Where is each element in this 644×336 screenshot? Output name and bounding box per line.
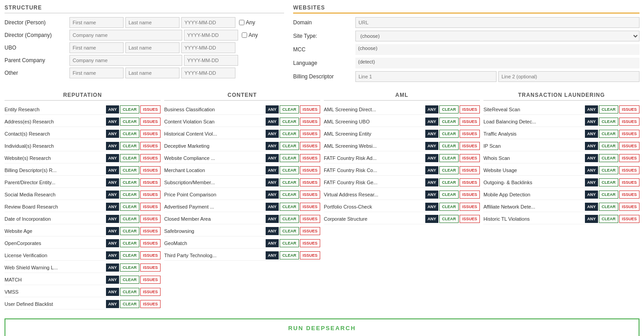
issues-button[interactable]: ISSUES [460, 215, 480, 223]
issues-button[interactable]: ISSUES [140, 288, 161, 296]
any-button[interactable]: ANY [266, 215, 279, 223]
any-button[interactable]: ANY [266, 166, 279, 174]
clear-button[interactable]: CLEAR [599, 166, 618, 174]
any-button[interactable]: ANY [106, 191, 119, 199]
clear-button[interactable]: CLEAR [120, 142, 139, 150]
clear-button[interactable]: CLEAR [439, 154, 459, 162]
issues-button[interactable]: ISSUES [140, 191, 161, 199]
any-button[interactable]: ANY [425, 118, 438, 126]
any-button[interactable]: ANY [266, 154, 279, 162]
clear-button[interactable]: CLEAR [439, 166, 459, 174]
issues-button[interactable]: ISSUES [619, 130, 639, 138]
issues-button[interactable]: ISSUES [300, 154, 320, 162]
clear-button[interactable]: CLEAR [599, 154, 618, 162]
director-person-firstname[interactable] [69, 17, 124, 28]
clear-button[interactable]: CLEAR [280, 130, 299, 138]
issues-button[interactable]: ISSUES [619, 203, 639, 211]
issues-button[interactable]: ISSUES [460, 142, 480, 150]
issues-button[interactable]: ISSUES [300, 166, 320, 174]
clear-button[interactable]: CLEAR [120, 118, 139, 126]
clear-button[interactable]: CLEAR [120, 178, 139, 186]
other-firstname[interactable] [69, 68, 124, 78]
any-button[interactable]: ANY [106, 130, 119, 138]
any-button[interactable]: ANY [425, 130, 438, 138]
issues-button[interactable]: ISSUES [300, 178, 320, 186]
issues-button[interactable]: ISSUES [140, 130, 161, 138]
ubo-date[interactable] [181, 42, 235, 53]
issues-button[interactable]: ISSUES [619, 166, 639, 174]
other-date[interactable] [181, 68, 235, 78]
issues-button[interactable]: ISSUES [140, 263, 161, 272]
any-button[interactable]: ANY [106, 105, 119, 114]
any-button[interactable]: ANY [425, 105, 438, 114]
clear-button[interactable]: CLEAR [280, 227, 299, 235]
clear-button[interactable]: CLEAR [120, 227, 139, 235]
clear-button[interactable]: CLEAR [599, 191, 618, 199]
any-button[interactable]: ANY [425, 215, 438, 223]
clear-button[interactable]: CLEAR [439, 118, 459, 126]
clear-button[interactable]: CLEAR [120, 288, 139, 296]
any-button[interactable]: ANY [266, 118, 279, 126]
any-button[interactable]: ANY [106, 154, 119, 162]
any-button[interactable]: ANY [425, 203, 438, 211]
issues-button[interactable]: ISSUES [300, 142, 320, 150]
issues-button[interactable]: ISSUES [300, 105, 320, 114]
issues-button[interactable]: ISSUES [460, 105, 480, 114]
director-company-any[interactable]: Any [242, 32, 258, 38]
clear-button[interactable]: CLEAR [439, 215, 459, 223]
issues-button[interactable]: ISSUES [300, 130, 320, 138]
issues-button[interactable]: ISSUES [619, 215, 639, 223]
issues-button[interactable]: ISSUES [300, 215, 320, 223]
issues-button[interactable]: ISSUES [140, 203, 161, 211]
director-person-any[interactable]: Any [239, 19, 255, 26]
issues-button[interactable]: ISSUES [619, 191, 639, 199]
clear-button[interactable]: CLEAR [599, 203, 618, 211]
clear-button[interactable]: CLEAR [120, 203, 139, 211]
any-button[interactable]: ANY [106, 251, 119, 259]
any-button[interactable]: ANY [585, 215, 598, 223]
clear-button[interactable]: CLEAR [120, 105, 139, 114]
clear-button[interactable]: CLEAR [280, 154, 299, 162]
any-button[interactable]: ANY [106, 142, 119, 150]
any-button[interactable]: ANY [266, 191, 279, 199]
issues-button[interactable]: ISSUES [140, 300, 161, 308]
issues-button[interactable]: ISSUES [140, 276, 161, 284]
clear-button[interactable]: CLEAR [599, 118, 618, 126]
clear-button[interactable]: CLEAR [599, 105, 618, 114]
any-button[interactable]: ANY [266, 178, 279, 186]
any-button[interactable]: ANY [266, 130, 279, 138]
clear-button[interactable]: CLEAR [120, 154, 139, 162]
billing-line2-input[interactable] [498, 71, 639, 82]
clear-button[interactable]: CLEAR [280, 105, 299, 114]
issues-button[interactable]: ISSUES [619, 178, 639, 186]
any-button[interactable]: ANY [266, 203, 279, 211]
clear-button[interactable]: CLEAR [120, 263, 139, 272]
clear-button[interactable]: CLEAR [120, 300, 139, 308]
any-button[interactable]: ANY [425, 166, 438, 174]
any-button[interactable]: ANY [106, 227, 119, 235]
issues-button[interactable]: ISSUES [460, 166, 480, 174]
issues-button[interactable]: ISSUES [619, 118, 639, 126]
clear-button[interactable]: CLEAR [120, 239, 139, 247]
issues-button[interactable]: ISSUES [140, 251, 161, 259]
any-button[interactable]: ANY [106, 276, 119, 284]
any-button[interactable]: ANY [425, 142, 438, 150]
clear-button[interactable]: CLEAR [439, 130, 459, 138]
clear-button[interactable]: CLEAR [599, 130, 618, 138]
clear-button[interactable]: CLEAR [439, 191, 459, 199]
issues-button[interactable]: ISSUES [460, 178, 480, 186]
issues-button[interactable]: ISSUES [140, 154, 161, 162]
issues-button[interactable]: ISSUES [300, 203, 320, 211]
any-button[interactable]: ANY [585, 166, 598, 174]
site-type-select[interactable]: (choose) [355, 31, 639, 41]
issues-button[interactable]: ISSUES [619, 142, 639, 150]
other-lastname[interactable] [125, 68, 179, 78]
ubo-firstname[interactable] [69, 42, 124, 53]
clear-button[interactable]: CLEAR [120, 215, 139, 223]
any-button[interactable]: ANY [106, 300, 119, 308]
issues-button[interactable]: ISSUES [300, 239, 320, 247]
clear-button[interactable]: CLEAR [599, 178, 618, 186]
any-button[interactable]: ANY [106, 166, 119, 174]
any-button[interactable]: ANY [585, 178, 598, 186]
issues-button[interactable]: ISSUES [140, 227, 161, 235]
